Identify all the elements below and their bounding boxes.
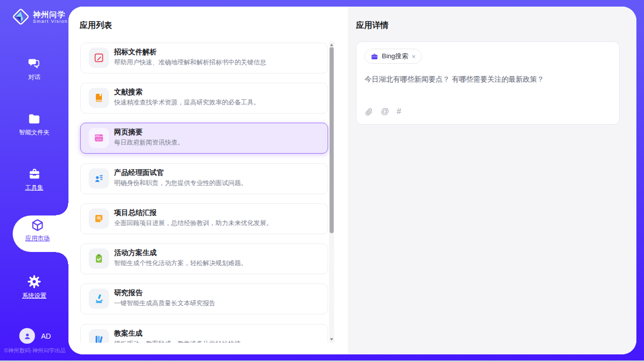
app-card-title: 网页摘要: [114, 128, 142, 137]
clipboard-check-icon: [89, 248, 109, 269]
app-card-title: 项目总结汇报: [114, 208, 157, 218]
app-card-literature-search[interactable]: 文献搜索 快速精准查找学术资源，提高研究效率的必备工具。: [80, 83, 328, 114]
prompt-card: Bing搜索 × 今日湖北有哪些新闻要点？ 有哪些需要关注的最新政策？ @ #: [356, 42, 620, 125]
user-account[interactable]: AD: [19, 328, 51, 344]
app-card-desc: 每日政府新闻资讯快查。: [114, 138, 184, 147]
folder-icon: [27, 112, 41, 126]
app-card-title: 产品经理面试官: [114, 168, 164, 177]
app-card-title: 活动方案生成: [114, 248, 157, 258]
app-card-bid-document-analysis[interactable]: 招标文件解析 帮助用户快速、准确地理解和解析招标书中的关键信息: [80, 43, 328, 74]
tool-chip-label: Bing搜索: [382, 52, 408, 61]
app-card-desc: 一键智能生成高质量长文本研究报告: [114, 299, 216, 308]
briefcase-icon: [371, 53, 378, 60]
triangle-up-icon: [330, 44, 333, 46]
diamond-logo-icon: [12, 8, 29, 25]
brand-logo: 神州问学 Smart Vision: [12, 8, 68, 25]
query-input[interactable]: 今日湖北有哪些新闻要点？ 有哪些需要关注的最新政策？: [365, 74, 608, 85]
triangle-down-icon: [330, 338, 333, 341]
app-card-lesson-plan[interactable]: 教案生成 模板驱动，教案秒成，教学准备从此轻松快捷: [80, 324, 328, 343]
books-icon: [89, 329, 109, 343]
book-icon: [89, 88, 109, 108]
app-card-research-report[interactable]: 研究报告 一键智能生成高质量长文本研究报告: [80, 283, 328, 314]
sidebar-item-smart-folders[interactable]: 智能文件夹: [0, 112, 68, 137]
sidebar-item-label: 对话: [28, 73, 41, 82]
app-card-title: 文献搜索: [114, 88, 142, 97]
sidebar-item-settings[interactable]: 系统设置: [0, 274, 68, 300]
app-card-event-plan[interactable]: 活动方案生成 智能生成个性化活动方案，轻松解决规划难题。: [80, 243, 328, 274]
app-card-desc: 智能生成个性化活动方案，轻松解决规划难题。: [114, 259, 247, 268]
scrollbar-thumb[interactable]: [330, 47, 334, 233]
sidebar-item-label: 智能文件夹: [19, 128, 50, 137]
mention-icon[interactable]: @: [381, 107, 389, 116]
sidebar-item-toolset[interactable]: 工具集: [0, 167, 68, 192]
sidebar-item-chat[interactable]: 对话: [0, 57, 68, 82]
user-initials: AD: [41, 332, 51, 340]
app-card-desc: 明确身份和职责，为您提供专业性的面试问题。: [114, 179, 247, 188]
app-card-title: 教案生成: [114, 329, 142, 338]
app-list-panel: 应用列表 招标文件解析 帮助用户快速、准确地理解和解析招标书中的关键信息: [68, 7, 348, 354]
app-card-desc: 快速精准查找学术资源，提高研究效率的必备工具。: [114, 98, 260, 107]
sidebar-item-app-market[interactable]: 应用市场: [13, 218, 62, 243]
doc-edit-icon: [89, 48, 109, 68]
tab-concave-corner-top: [56, 203, 68, 215]
brand-subtitle: Smart Vision: [33, 19, 68, 24]
app-card-desc: 模板驱动，教案秒成，教学准备从此轻松快捷: [114, 340, 241, 343]
scroll-down-button[interactable]: [329, 336, 334, 343]
toolbox-icon: [27, 167, 42, 181]
sidebar-item-label: 应用市场: [25, 234, 50, 243]
app-list-title: 应用列表: [80, 20, 112, 31]
input-toolbar: @ #: [365, 107, 401, 116]
app-list-scrollbar[interactable]: [329, 42, 334, 343]
cube-icon: [30, 218, 45, 232]
interview-doc-icon: [89, 168, 109, 189]
tab-concave-corner-bottom: [56, 252, 68, 264]
memo-icon: [89, 208, 109, 229]
copyright-text: ©神州数码·神州问学出品: [4, 347, 66, 354]
browser-code-icon: </>: [89, 128, 109, 148]
chip-close-icon[interactable]: ×: [412, 53, 416, 60]
avatar: [19, 328, 35, 344]
app-window: 神州问学 Smart Vision 对话 智能文件夹 工具集: [0, 0, 644, 362]
app-card-web-summary[interactable]: </> 网页摘要 每日政府新闻资讯快查。: [80, 123, 328, 154]
app-details-panel: 应用详情 Bing搜索 × 今日湖北有哪些新闻要点？ 有哪些需要关注的最新政策？: [348, 7, 636, 354]
attachment-icon[interactable]: [365, 107, 373, 116]
sidebar: 神州问学 Smart Vision 对话 智能文件夹 工具集: [0, 0, 68, 362]
app-card-pm-interviewer[interactable]: 产品经理面试官 明确身份和职责，为您提供专业性的面试问题。: [80, 163, 328, 194]
hashtag-icon[interactable]: #: [397, 107, 401, 116]
person-icon: [23, 332, 32, 341]
app-card-desc: 全面回顾项目进展，总结经验教训，助力未来优化发展。: [114, 219, 273, 228]
app-card-desc: 帮助用户快速、准确地理解和解析招标书中的关键信息: [114, 58, 266, 67]
sidebar-item-label: 系统设置: [22, 292, 47, 300]
main-surface: 应用列表 招标文件解析 帮助用户快速、准确地理解和解析招标书中的关键信息: [68, 7, 636, 354]
tool-chip-bing-search[interactable]: Bing搜索 ×: [365, 49, 422, 64]
chat-icon: [27, 57, 41, 70]
svg-text:</>: </>: [96, 138, 102, 141]
microscope-icon: [89, 288, 109, 309]
sidebar-item-label: 工具集: [25, 184, 44, 192]
brand-name: 神州问学: [33, 10, 68, 19]
app-list: 招标文件解析 帮助用户快速、准确地理解和解析招标书中的关键信息 文献搜索 快速精…: [68, 42, 348, 343]
app-card-project-summary[interactable]: 项目总结汇报 全面回顾项目进展，总结经验教训，助力未来优化发展。: [80, 203, 328, 234]
app-details-title: 应用详情: [356, 20, 388, 31]
app-card-title: 研究报告: [114, 288, 142, 298]
app-card-title: 招标文件解析: [114, 48, 157, 57]
gear-icon: [27, 274, 42, 289]
